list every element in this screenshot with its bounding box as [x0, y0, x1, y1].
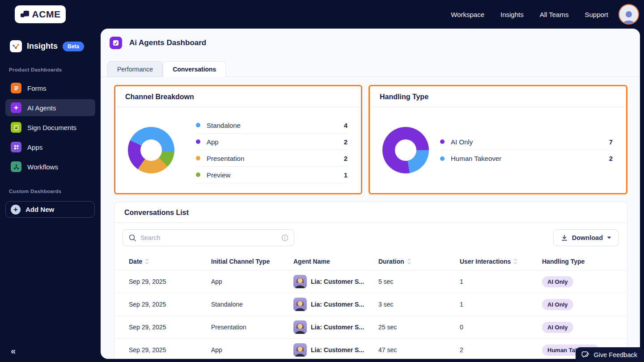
insights-app-icon — [10, 40, 22, 52]
cell-agent: Lia: Customer S... — [293, 298, 378, 311]
column-header-initial-channel-type: Initial Channel Type — [211, 258, 293, 265]
add-new-button[interactable]: + Add New — [5, 201, 95, 218]
sidebar-item-ai-agents[interactable]: AI Agents — [5, 99, 95, 116]
table-row[interactable]: Sep 29, 2025 Standalone Lia: Customer S.… — [114, 293, 627, 316]
conversations-list-title: Conversations List — [114, 202, 627, 223]
acme-logo[interactable]: ACME — [15, 5, 66, 23]
agent-avatar — [293, 298, 307, 311]
charts-row: Channel Breakdown Standalone 4 App 2 — [114, 85, 627, 194]
section-product-dashboards: Product Dashboards — [9, 67, 62, 72]
agent-name: Lia: Customer S... — [311, 301, 364, 308]
collapse-sidebar-button[interactable]: « — [11, 346, 16, 356]
handling-type-card: Handling Type AI Only 7 Human Takeover 2 — [369, 85, 627, 194]
app-title-row: Insights Beta — [10, 40, 84, 52]
handling-type-title: Handling Type — [370, 86, 626, 107]
agent-name: Lia: Customer S... — [311, 278, 364, 285]
cell-date: Sep 29, 2025 — [129, 301, 211, 308]
person-icon — [621, 9, 636, 24]
plus-icon: + — [11, 205, 21, 215]
chevron-down-icon — [607, 236, 611, 239]
handling-type-donut-chart — [382, 127, 429, 173]
acme-logo-text: ACME — [32, 9, 61, 20]
sidebar: ACME Insights Beta Product Dashboards F — [0, 0, 101, 362]
channel-breakdown-title: Channel Breakdown — [115, 86, 361, 107]
legend-dot — [440, 139, 445, 144]
tab-performance[interactable]: Performance — [107, 61, 163, 77]
cell-agent: Lia: Customer S... — [293, 275, 378, 288]
cell-interactions: 1 — [460, 301, 542, 308]
nav-insights[interactable]: Insights — [500, 11, 524, 18]
download-button[interactable]: Download — [553, 229, 619, 246]
column-header-agent-name: Agent Name — [293, 258, 378, 265]
cell-date: Sep 29, 2025 — [129, 346, 211, 354]
cell-duration: 5 sec — [378, 278, 460, 285]
legend-item: App 2 — [196, 134, 347, 150]
conversations-list-card: Conversations List Downl — [114, 202, 627, 359]
cell-interactions: 2 — [460, 346, 542, 354]
legend-dot — [196, 123, 200, 127]
sort-icon[interactable] — [145, 258, 149, 265]
handling-type-legend: AI Only 7 Human Takeover 2 — [440, 134, 613, 167]
legend-dot — [440, 156, 445, 161]
channel-breakdown-legend: Standalone 4 App 2 Presentation 2 — [196, 117, 347, 183]
nav-workspace[interactable]: Workspace — [451, 11, 484, 18]
column-header-date[interactable]: Date — [129, 258, 211, 265]
legend-item: Human Takeover 2 — [440, 150, 613, 167]
main-panel: Ai Agents Dashboard Performance Conversa… — [101, 29, 640, 359]
tab-conversations[interactable]: Conversations — [163, 61, 226, 77]
download-icon — [561, 234, 568, 241]
channel-breakdown-card: Channel Breakdown Standalone 4 App 2 — [114, 85, 362, 194]
table-row[interactable]: Sep 29, 2025 App Lia: Customer S... 5 se… — [114, 270, 627, 293]
agent-avatar — [293, 320, 307, 334]
feedback-icon — [581, 351, 589, 358]
nav-support[interactable]: Support — [585, 11, 608, 18]
list-toolbar: Download — [114, 223, 627, 253]
sidebar-item-workflows[interactable]: Workflows — [5, 158, 95, 175]
column-header-duration[interactable]: Duration — [378, 258, 460, 265]
legend-item: Preview 1 — [196, 167, 347, 183]
table-row[interactable]: Sep 29, 2025 App Lia: Customer S... 47 s… — [114, 339, 627, 359]
sidebar-item-sign-documents[interactable]: Sign Documents — [5, 119, 95, 136]
cell-date: Sep 29, 2025 — [129, 324, 211, 331]
cell-handling: AI Only — [542, 276, 619, 287]
apps-icon — [11, 142, 21, 152]
cell-duration: 47 sec — [378, 346, 460, 354]
cell-handling: AI Only — [542, 299, 619, 310]
cell-interactions: 0 — [460, 324, 542, 331]
table-row[interactable]: Sep 29, 2025 Presentation Lia: Customer … — [114, 316, 627, 339]
agent-avatar — [293, 343, 307, 357]
user-avatar[interactable] — [619, 4, 639, 25]
cell-channel: App — [211, 278, 293, 285]
sort-icon[interactable] — [407, 258, 411, 265]
sidebar-item-apps[interactable]: Apps — [5, 139, 95, 156]
search-input[interactable] — [140, 234, 277, 241]
section-custom-dashboards: Custom Dashboards — [9, 189, 62, 194]
top-nav: Workspace Insights All Teams Support — [101, 0, 644, 29]
column-header-user-interactions[interactable]: User Interactions — [460, 258, 542, 265]
cell-duration: 25 sec — [378, 324, 460, 331]
sort-icon[interactable] — [513, 258, 517, 265]
sidebar-item-forms[interactable]: Forms — [5, 80, 95, 97]
table-body: Sep 29, 2025 App Lia: Customer S... 5 se… — [114, 270, 627, 359]
cell-channel: Standalone — [211, 301, 293, 308]
cell-agent: Lia: Customer S... — [293, 320, 378, 334]
nav-all-teams[interactable]: All Teams — [540, 11, 569, 18]
legend-item: AI Only 7 — [440, 134, 613, 150]
legend-dot — [196, 173, 200, 177]
handling-type-badge: AI Only — [542, 276, 573, 287]
legend-dot — [196, 139, 200, 144]
workflows-icon — [11, 161, 21, 172]
handling-type-badge: AI Only — [542, 299, 573, 310]
agent-name: Lia: Customer S... — [311, 324, 364, 331]
give-feedback-button[interactable]: Give Feedback — [576, 347, 644, 362]
legend-item: Presentation 2 — [196, 150, 347, 167]
agent-avatar — [293, 275, 307, 288]
dashboard-icon — [110, 37, 122, 49]
search-box[interactable] — [123, 229, 294, 246]
legend-dot — [196, 156, 200, 160]
page-title: Ai Agents Dashboard — [129, 38, 206, 47]
table-header-row: Date Initial Channel Type Agent Name Dur… — [114, 253, 627, 270]
info-icon[interactable] — [281, 234, 288, 241]
agent-name: Lia: Customer S... — [311, 346, 364, 354]
cell-channel: Presentation — [211, 324, 293, 331]
